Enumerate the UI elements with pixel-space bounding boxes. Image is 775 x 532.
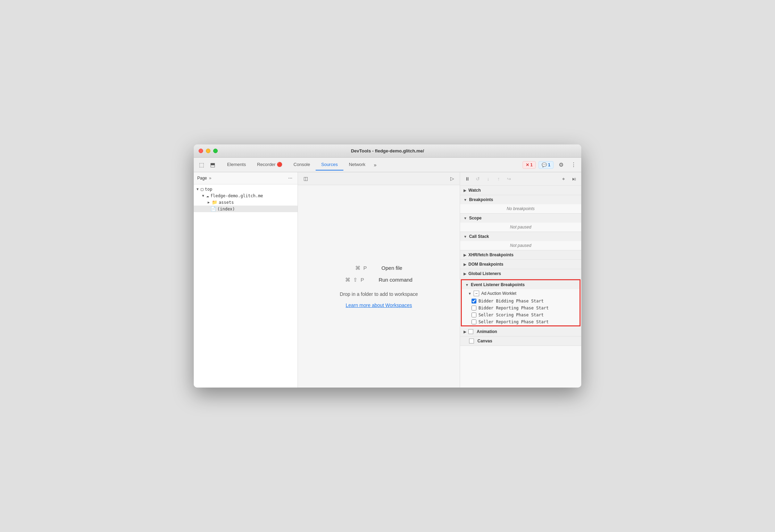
canvas-label: Canvas	[477, 339, 492, 343]
tab-network[interactable]: Network	[343, 159, 371, 171]
bidder-bidding-checkbox[interactable]	[472, 299, 476, 304]
dom-label: DOM Breakpoints	[468, 262, 503, 267]
open-file-label: Open file	[382, 265, 402, 271]
tab-recorder[interactable]: Recorder 🔴	[251, 159, 288, 171]
global-listeners-section: ▶ Global Listeners	[460, 269, 581, 279]
seller-scoring-checkbox[interactable]	[472, 313, 476, 317]
watch-section: ▶ Watch	[460, 186, 581, 195]
debugger-panel: ⏸ ↺ ↓ ↑ ↪ ⌖ ⏯ ▶ Watch ▼ Breakpoi	[460, 172, 581, 388]
open-file-keys: ⌘ P	[355, 265, 367, 271]
ad-auction-header[interactable]: ▼ − Ad Auction Worklet	[462, 289, 580, 298]
breakpoints-section: ▼ Breakpoints No breakpoints	[460, 195, 581, 214]
panel-actions: ⋯	[286, 174, 294, 182]
tab-bar: ⬚ ⬒ Elements Recorder 🔴 Console Sources …	[194, 158, 581, 172]
info-badge[interactable]: 💬 1	[539, 161, 553, 169]
scope-section: ▼ Scope Not paused	[460, 214, 581, 232]
run-command-keys: ⌘ ⇧ P	[345, 277, 365, 283]
run-icon[interactable]: ▷	[447, 174, 457, 183]
tree-item-index[interactable]: 📄 (index)	[194, 206, 298, 212]
file-panel-header: Page » ⋯	[194, 172, 298, 184]
devtools-window: DevTools - fledge-demo.glitch.me/ ⬚ ⬒ El…	[194, 144, 581, 388]
shortcut-run-command: ⌘ ⇧ P Run command	[345, 277, 412, 283]
tab-sources[interactable]: Sources	[316, 159, 343, 171]
file-tree: ▼ ▢ top ▼ ☁ fledge-demo.glitch.me ▶ 📁 as…	[194, 184, 298, 388]
tree-item-fledge[interactable]: ▼ ☁ fledge-demo.glitch.me	[194, 192, 298, 199]
maximize-button[interactable]	[213, 149, 218, 153]
more-options-icon[interactable]: ⋮	[569, 160, 578, 170]
step-into-button[interactable]: ↓	[484, 174, 493, 183]
seller-reporting-label: Seller Reporting Phase Start	[478, 319, 549, 324]
dom-breakpoints-section: ▶ DOM Breakpoints	[460, 260, 581, 269]
canvas-header[interactable]: Canvas	[460, 336, 581, 346]
ad-auction-arrow: ▼	[468, 292, 472, 296]
animation-section: ▶ Animation	[460, 327, 581, 336]
watch-header[interactable]: ▶ Watch	[460, 186, 581, 195]
error-badge[interactable]: ✕ 1	[523, 161, 536, 169]
xhr-section: ▶ XHR/fetch Breakpoints	[460, 250, 581, 260]
call-stack-section: ▼ Call Stack Not paused	[460, 232, 581, 250]
bidder-reporting-checkbox[interactable]	[472, 306, 476, 310]
seller-scoring-label: Seller Scoring Phase Start	[478, 313, 544, 317]
checkbox-seller-reporting[interactable]: Seller Reporting Phase Start	[462, 318, 580, 325]
canvas-section: Canvas	[460, 336, 581, 346]
checkbox-bidder-bidding[interactable]: Bidder Bidding Phase Start	[462, 298, 580, 305]
watch-arrow: ▶	[464, 189, 466, 192]
global-listeners-label: Global Listeners	[468, 271, 501, 276]
sidebar-toggle-icon[interactable]: ◫	[301, 174, 310, 183]
close-button[interactable]	[199, 149, 203, 153]
tab-bar-actions: ✕ 1 💬 1 ⚙ ⋮	[523, 160, 578, 170]
toolbar-icons: ⬚ ⬒	[197, 160, 217, 170]
breakpoints-arrow: ▼	[464, 198, 467, 202]
dom-breakpoints-header[interactable]: ▶ DOM Breakpoints	[460, 260, 581, 269]
call-stack-header[interactable]: ▼ Call Stack	[460, 232, 581, 241]
checkbox-bidder-reporting[interactable]: Bidder Reporting Phase Start	[462, 305, 580, 311]
scope-header[interactable]: ▼ Scope	[460, 214, 581, 223]
event-listener-section: ▼ Event Listener Breakpoints ▼ − Ad Auct…	[461, 279, 581, 326]
tab-elements[interactable]: Elements	[222, 159, 251, 171]
debugger-toolbar: ⏸ ↺ ↓ ↑ ↪ ⌖ ⏯	[460, 172, 581, 186]
workspace-link[interactable]: Learn more about Workspaces	[345, 302, 412, 308]
breakpoints-header[interactable]: ▼ Breakpoints	[460, 195, 581, 204]
step-over-button[interactable]: ↺	[473, 174, 482, 183]
editor-panel: ◫ ▷ ⌘ P Open file ⌘ ⇧ P Run command Drop…	[298, 172, 460, 388]
dont-pause-exceptions-icon[interactable]: ⏯	[569, 174, 578, 183]
event-listener-header[interactable]: ▼ Event Listener Breakpoints	[462, 280, 580, 289]
call-stack-label: Call Stack	[469, 234, 489, 239]
tree-item-top[interactable]: ▼ ▢ top	[194, 186, 298, 192]
editor-toolbar: ◫ ▷	[298, 172, 460, 185]
event-listener-arrow: ▼	[465, 283, 469, 287]
checkbox-seller-scoring[interactable]: Seller Scoring Phase Start	[462, 311, 580, 318]
breakpoints-label: Breakpoints	[469, 197, 493, 202]
call-stack-arrow: ▼	[464, 235, 467, 239]
animation-arrow: ▶	[464, 330, 466, 334]
new-folder-icon[interactable]: ⋯	[286, 174, 294, 182]
scope-label: Scope	[469, 216, 482, 221]
seller-reporting-checkbox[interactable]	[472, 319, 476, 324]
pause-button[interactable]: ⏸	[463, 174, 472, 183]
minimize-button[interactable]	[206, 149, 210, 153]
global-listeners-header[interactable]: ▶ Global Listeners	[460, 269, 581, 278]
editor-content: ⌘ P Open file ⌘ ⇧ P Run command Drop in …	[298, 185, 460, 388]
main-content: Page » ⋯ ▼ ▢ top ▼ ☁ fledge-demo.glitch.…	[194, 172, 581, 388]
animation-label: Animation	[477, 329, 497, 334]
step-out-button[interactable]: ↑	[494, 174, 503, 183]
xhr-arrow: ▶	[464, 253, 466, 257]
global-listeners-arrow: ▶	[464, 272, 466, 276]
event-listener-label: Event Listener Breakpoints	[471, 282, 525, 287]
panel-more-icon[interactable]: »	[209, 176, 211, 181]
tree-item-assets[interactable]: ▶ 📁 assets	[194, 199, 298, 206]
settings-icon[interactable]: ⚙	[556, 160, 566, 170]
file-panel: Page » ⋯ ▼ ▢ top ▼ ☁ fledge-demo.glitch.…	[194, 172, 298, 388]
cursor-icon[interactable]: ⬚	[197, 160, 206, 170]
tab-console[interactable]: Console	[288, 159, 316, 171]
xhr-header[interactable]: ▶ XHR/fetch Breakpoints	[460, 250, 581, 259]
dom-arrow: ▶	[464, 263, 466, 266]
page-tab[interactable]: Page	[197, 176, 207, 181]
xhr-label: XHR/fetch Breakpoints	[468, 252, 514, 257]
device-icon[interactable]: ⬒	[208, 160, 217, 170]
more-tabs-button[interactable]: »	[371, 161, 379, 169]
deactivate-breakpoints-icon[interactable]: ⌖	[559, 174, 568, 183]
animation-header[interactable]: ▶ Animation	[460, 327, 581, 336]
scope-arrow: ▼	[464, 216, 467, 220]
step-button[interactable]: ↪	[505, 174, 514, 183]
